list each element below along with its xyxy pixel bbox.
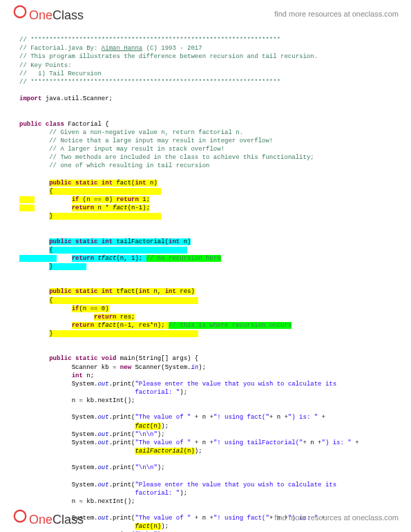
kw-public: public — [19, 121, 41, 128]
cc5: // one of which resulting in tail recurs… — [49, 162, 209, 169]
out3: out — [97, 431, 108, 438]
print6: .print( — [109, 482, 135, 488]
pad3 — [19, 205, 35, 211]
print2: .print( — [109, 414, 135, 421]
kw-void: void — [102, 355, 117, 362]
plus4: + — [352, 439, 363, 446]
plusn2: + n + — [303, 439, 322, 446]
print5: .print( — [109, 464, 135, 471]
header-link[interactable]: find more resources at oneclass.com — [274, 9, 399, 19]
str4b: factorial: " — [135, 490, 180, 497]
fact-call-1: fact(n) — [135, 423, 161, 430]
kw-new: new — [120, 364, 131, 371]
tail-call-1: tailFactorial(n) — [135, 448, 194, 455]
plus1: + n + — [191, 414, 213, 421]
brand-logo: OneClass — [12, 4, 84, 23]
pad5 — [53, 247, 187, 254]
code-block: // *************************************… — [19, 28, 404, 532]
comment-l5: // 1) Tail Recursion — [19, 70, 102, 77]
brand-logo-footer: OneClass — [12, 509, 84, 528]
sysout2: System. — [72, 414, 98, 421]
logo-text-class-f: Class — [52, 511, 84, 528]
str2a: "The value of " — [135, 414, 191, 421]
out1: out — [97, 381, 108, 388]
pad2 — [19, 196, 35, 203]
kw-class: class — [46, 121, 64, 128]
plus2a: + — [318, 414, 329, 421]
print1: .print( — [109, 381, 135, 388]
tail-comment: // no recursion here — [146, 255, 221, 262]
fact-sig-line: public static int fact(int n) — [49, 180, 157, 187]
tfact-ret2-line: return tfact(n-1, res*n); — [72, 322, 169, 329]
kw-int-n: int — [72, 372, 83, 379]
svg-point-1 — [15, 510, 26, 522]
nl1: "\n\n" — [135, 431, 157, 438]
kw-import: import — [19, 95, 41, 102]
out5: out — [97, 464, 108, 471]
main-l4: n = kb.nextInt(); — [72, 397, 135, 404]
sysout3: System. — [72, 431, 98, 438]
comment-l4: // Key Points: — [19, 62, 72, 69]
str3a: "The value of " — [135, 439, 191, 446]
comment-author: Aiman Hanna — [102, 45, 142, 52]
str3b: "! using tailFactorial(" — [213, 439, 303, 446]
plusn1: + n + — [269, 414, 288, 421]
sys-in: in — [191, 364, 198, 371]
logo-text-class: Class — [52, 7, 84, 23]
pad8 — [53, 297, 199, 304]
sysout6: System. — [72, 482, 98, 488]
tail-open-brace: { — [49, 247, 52, 254]
fact-if-line: if (n == 0) return 1; — [72, 196, 150, 203]
str1b: factorial: " — [135, 389, 180, 396]
fact-close-brace: } — [49, 213, 52, 220]
logo-text-one-f: One — [29, 511, 52, 528]
tail-sig-line: public static int tailFactorial(int n) — [49, 238, 191, 245]
cp6: ); — [180, 490, 187, 497]
main-sig: main(String[] args) { — [116, 355, 198, 362]
pad4 — [53, 213, 162, 220]
str2c: ") is: " — [288, 414, 318, 421]
comment-hr1: // *************************************… — [19, 37, 280, 44]
import-pkg: java.util.Scanner; — [41, 95, 113, 102]
tfact-if-line: if(n == 0) — [72, 305, 109, 312]
cc3: // A larger input may result in stack ov… — [49, 146, 224, 153]
comment-l2c: (C) 1993 - 2017 — [142, 45, 202, 52]
tail-close-brace: } — [49, 263, 52, 270]
class-name: Factorial { — [64, 121, 109, 128]
kw-static-main: static — [75, 355, 97, 362]
str3c: ") is: " — [322, 439, 352, 446]
out4: out — [97, 439, 108, 446]
cp3: ); — [157, 431, 165, 438]
sysout1: System. — [72, 381, 98, 388]
cc2: // Notice that a large input may result … — [49, 137, 273, 144]
str4: "Please enter the value that you wish to… — [135, 482, 340, 488]
pad1 — [53, 188, 162, 195]
tfact-sig-line: public static int tfact(int n, int res) — [49, 288, 195, 295]
print4: .print( — [109, 439, 135, 446]
cp4: ); — [195, 448, 202, 455]
tail-body: return tfact(n, 1); — [72, 255, 146, 262]
tfact-comment: // this is where recursion occurs — [169, 322, 291, 329]
cc4: // Two methods are included in the class… — [49, 154, 314, 161]
cp5: ); — [157, 464, 165, 471]
comment-hr2: // *************************************… — [19, 79, 280, 86]
pad7 — [53, 263, 87, 270]
main-l1c: ); — [198, 364, 206, 371]
sysout5: System. — [72, 464, 98, 471]
page-header: OneClass find more resources at oneclass… — [0, 0, 411, 28]
main-l1b: Scanner(System. — [131, 364, 191, 371]
logo-icon-footer — [12, 509, 28, 524]
svg-point-0 — [15, 6, 26, 18]
tfact-close-brace: } — [49, 330, 52, 337]
logo-icon — [12, 4, 28, 19]
tfact-open-brace: { — [49, 297, 52, 304]
str1: "Please enter the value that you wish to… — [135, 381, 340, 388]
print3: .print( — [109, 431, 135, 438]
page-footer: OneClass find more resources at oneclass… — [0, 504, 411, 532]
comment-l3: // This program illustrates the differen… — [19, 53, 318, 60]
str2b: "! using fact(" — [213, 414, 269, 421]
logo-text-one: One — [29, 7, 52, 23]
sysout4: System. — [72, 439, 98, 446]
footer-link[interactable]: find more resources at oneclass.com — [274, 513, 399, 523]
fact-open-brace: { — [49, 188, 52, 195]
